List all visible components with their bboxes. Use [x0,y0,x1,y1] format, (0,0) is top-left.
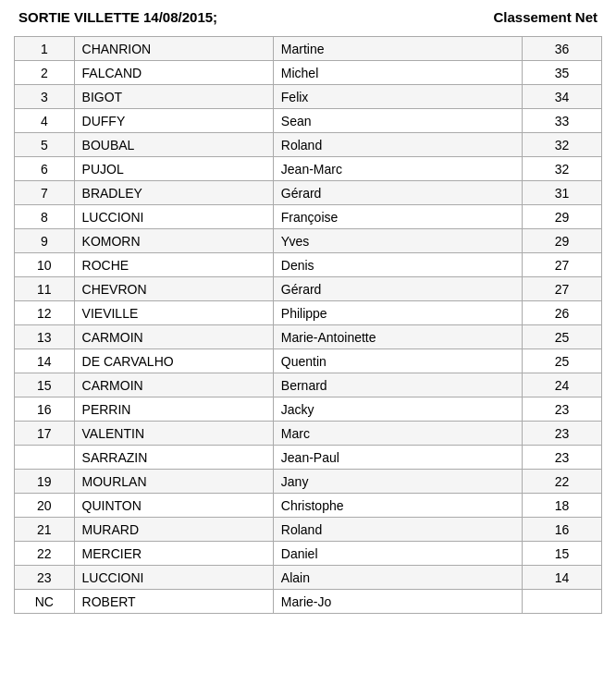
rank-cell: 15 [15,373,75,397]
firstname-cell: Sean [273,109,522,133]
rank-cell [15,446,75,470]
lastname-cell: DUFFY [74,109,273,133]
firstname-cell: Gérard [273,277,522,301]
rank-cell: 13 [15,325,75,349]
rank-cell: 3 [15,85,75,109]
table-row: NCROBERTMarie-Jo [15,590,602,614]
score-cell: 22 [522,470,601,494]
page-title: SORTIE VILLETTE 14/08/2015; [18,9,217,25]
score-cell: 15 [522,542,601,566]
table-row: 3BIGOTFelix34 [15,85,602,109]
lastname-cell: KOMORN [74,229,273,253]
rank-cell: 8 [15,205,75,229]
score-cell: 29 [522,205,601,229]
rank-cell: 9 [15,229,75,253]
score-cell: 26 [522,301,601,325]
score-cell: 23 [522,422,601,446]
rank-cell: 19 [15,470,75,494]
lastname-cell: BOUBAL [74,133,273,157]
lastname-cell: ROCHE [74,253,273,277]
table-row: 11CHEVRONGérard27 [15,277,602,301]
lastname-cell: CHEVRON [74,277,273,301]
lastname-cell: VIEVILLE [74,301,273,325]
score-cell: 27 [522,277,601,301]
rank-cell: 10 [15,253,75,277]
rank-cell: 21 [15,518,75,542]
rank-cell: 6 [15,157,75,181]
score-cell: 31 [522,181,601,205]
firstname-cell: Christophe [273,494,522,518]
firstname-cell: Roland [273,133,522,157]
firstname-cell: Yves [273,229,522,253]
table-row: 1CHANRIONMartine36 [15,37,602,61]
lastname-cell: BRADLEY [74,181,273,205]
firstname-cell: Bernard [273,373,522,397]
rank-cell: 4 [15,109,75,133]
lastname-cell: CARMOIN [74,373,273,397]
table-row: 14DE CARVALHOQuentin25 [15,349,602,373]
rank-cell: 20 [15,494,75,518]
lastname-cell: CHANRION [74,37,273,61]
score-cell: 29 [522,229,601,253]
lastname-cell: DE CARVALHO [74,349,273,373]
rank-cell: 12 [15,301,75,325]
rank-cell: 1 [15,37,75,61]
lastname-cell: PUJOL [74,157,273,181]
table-row: 19MOURLANJany22 [15,470,602,494]
rank-cell: 22 [15,542,75,566]
firstname-cell: Françoise [273,205,522,229]
lastname-cell: MERCIER [74,542,273,566]
score-cell: 23 [522,446,601,470]
rankings-table: 1CHANRIONMartine362FALCANDMichel353BIGOT… [14,36,602,614]
rank-cell: 23 [15,566,75,590]
table-row: 4DUFFYSean33 [15,109,602,133]
firstname-cell: Alain [273,566,522,590]
table-row: 17VALENTINMarc23 [15,422,602,446]
firstname-cell: Marc [273,422,522,446]
table-row: 20QUINTONChristophe18 [15,494,602,518]
score-cell: 35 [522,61,601,85]
firstname-cell: Denis [273,253,522,277]
firstname-cell: Quentin [273,349,522,373]
firstname-cell: Roland [273,518,522,542]
score-cell [522,590,601,614]
lastname-cell: FALCAND [74,61,273,85]
table-row: 2FALCANDMichel35 [15,61,602,85]
table-row: 6PUJOLJean-Marc32 [15,157,602,181]
table-row: 13CARMOINMarie-Antoinette25 [15,325,602,349]
lastname-cell: LUCCIONI [74,566,273,590]
lastname-cell: BIGOT [74,85,273,109]
lastname-cell: ROBERT [74,590,273,614]
table-row: 16PERRINJacky23 [15,397,602,422]
score-cell: 14 [522,566,601,590]
rank-cell: 16 [15,397,75,422]
firstname-cell: Jany [273,470,522,494]
table-row: 9KOMORNYves29 [15,229,602,253]
rank-cell: NC [15,590,75,614]
rank-cell: 14 [15,349,75,373]
score-cell: 36 [522,37,601,61]
table-row: 21MURARDRoland16 [15,518,602,542]
page-header: SORTIE VILLETTE 14/08/2015; Classement N… [14,9,602,25]
page-subtitle: Classement Net [493,9,598,25]
firstname-cell: Gérard [273,181,522,205]
rank-cell: 7 [15,181,75,205]
score-cell: 25 [522,325,601,349]
rank-cell: 11 [15,277,75,301]
table-row: 22MERCIERDaniel15 [15,542,602,566]
lastname-cell: VALENTIN [74,422,273,446]
firstname-cell: Felix [273,85,522,109]
score-cell: 27 [522,253,601,277]
table-row: 10ROCHEDenis27 [15,253,602,277]
table-row: 23LUCCIONIAlain14 [15,566,602,590]
table-row: 7BRADLEYGérard31 [15,181,602,205]
rank-cell: 17 [15,422,75,446]
table-row: 5BOUBALRoland32 [15,133,602,157]
lastname-cell: PERRIN [74,397,273,422]
score-cell: 24 [522,373,601,397]
firstname-cell: Jean-Marc [273,157,522,181]
score-cell: 18 [522,494,601,518]
firstname-cell: Marie-Jo [273,590,522,614]
table-row: 12VIEVILLEPhilippe26 [15,301,602,325]
score-cell: 23 [522,397,601,422]
